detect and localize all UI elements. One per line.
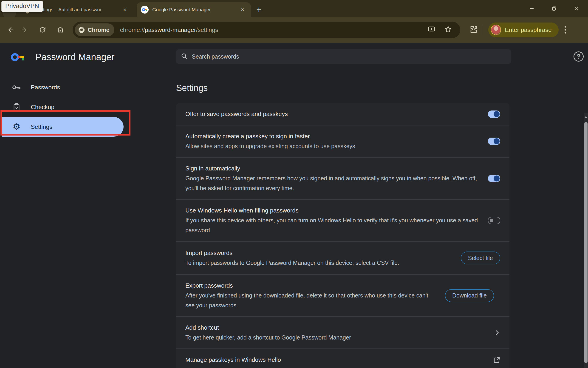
toggle-sign-in-automatically[interactable] (488, 175, 500, 182)
forward-button[interactable] (18, 23, 32, 37)
tab-close-icon[interactable]: × (121, 6, 129, 13)
setting-subtitle: Allow sites and apps to upgrade existing… (185, 141, 481, 151)
checkup-clipboard-icon (12, 103, 21, 111)
setting-row-add-shortcut[interactable]: Add shortcut To get here quicker, add a … (176, 316, 509, 349)
setting-row-windows-hello: Use Windows Hello when filling passwords… (176, 199, 509, 241)
home-button[interactable] (53, 23, 67, 37)
install-app-icon[interactable] (428, 26, 435, 34)
toggle-offer-save[interactable] (488, 110, 500, 118)
tab-close-icon[interactable]: × (239, 6, 246, 13)
setting-subtitle: If you share this device with others, yo… (185, 215, 481, 235)
setting-row-import-passwords: Import passwords To import passwords to … (176, 241, 509, 274)
scrollbar[interactable] (584, 113, 588, 368)
url-text: chrome://password-manager/settings (120, 27, 218, 34)
setting-title: Sign in automatically (185, 164, 481, 174)
sidebar-title: Password Manager (35, 52, 115, 62)
sidebar-item-settings[interactable]: ⚙ Settings (2, 117, 124, 137)
sidebar: Password Manager Passwords (0, 43, 170, 368)
setting-row-export-passwords: Export passwords After you've finished u… (176, 274, 509, 316)
chrome-badge: Chrome (75, 23, 114, 36)
sidebar-item-checkup[interactable]: Checkup (0, 97, 170, 117)
chrome-logo-icon (78, 27, 85, 33)
sidebar-item-label: Passwords (31, 84, 60, 91)
tab-title: Google Password Manager (152, 7, 211, 12)
setting-subtitle: To import passwords to Google Password M… (185, 258, 436, 268)
browser-window: ⚙ Settings – Autofill and passwor × Goog… (0, 0, 588, 368)
setting-row-offer-save: Offer to save passwords and passkeys (176, 103, 509, 125)
setting-row-sign-in-automatically: Sign in automatically Google Password Ma… (176, 157, 509, 199)
sidebar-item-label: Settings (31, 123, 52, 130)
profile-avatar (491, 25, 501, 35)
url-scheme: chrome:// (120, 27, 145, 33)
setting-title: Export passwords (185, 281, 438, 291)
sidebar-item-label: Checkup (31, 104, 55, 111)
bookmark-star-icon[interactable] (444, 26, 452, 34)
minimize-button[interactable] (521, 0, 543, 17)
enter-passphrase-label: Enter passphrase (505, 27, 552, 34)
setting-title: Import passwords (185, 248, 436, 258)
page-title: Settings (176, 83, 511, 93)
setting-row-manage-passkeys[interactable]: Manage passkeys in Windows Hello (176, 349, 509, 368)
browser-menu-icon[interactable] (565, 26, 566, 34)
toggle-auto-passkey[interactable] (488, 138, 500, 145)
scrollbar-thumb[interactable] (584, 122, 588, 363)
window-controls (521, 0, 588, 17)
download-file-button[interactable]: Download file (445, 289, 494, 302)
browser-toolbar: Chrome chrome://password-manager/setting… (0, 17, 588, 43)
setting-row-auto-passkey: Automatically create a passkey to sign i… (176, 125, 509, 157)
setting-title: Offer to save passwords and passkeys (185, 109, 481, 119)
tab-strip: ⚙ Settings – Autofill and passwor × Goog… (0, 0, 588, 17)
url-host: password-manager (145, 27, 196, 33)
tab-title: Settings – Autofill and passwor (36, 7, 112, 12)
setting-subtitle: Google Password Manager remembers how yo… (185, 174, 481, 193)
scroll-up-arrow-icon[interactable] (584, 116, 588, 118)
privadovpn-tooltip: PrivadoVPN (1, 1, 43, 12)
search-icon (181, 53, 188, 60)
sidebar-item-passwords[interactable]: Passwords (0, 77, 170, 97)
chevron-right-icon (494, 329, 500, 336)
gpm-key-icon (142, 8, 147, 11)
gear-icon: ⚙ (12, 122, 21, 132)
reload-button[interactable] (35, 23, 50, 37)
address-bar[interactable]: Chrome chrome://password-manager/setting… (73, 22, 460, 38)
main-panel: Settings Offer to save passwords and pas… (176, 43, 511, 368)
key-icon (12, 84, 21, 90)
chrome-badge-label: Chrome (88, 27, 109, 33)
setting-title: Manage passkeys in Windows Hello (185, 355, 487, 365)
password-manager-logo-icon (10, 52, 25, 62)
gpm-favicon (141, 6, 149, 14)
url-path: /settings (196, 27, 218, 33)
select-file-button[interactable]: Select file (461, 251, 500, 264)
search-bar[interactable] (176, 49, 511, 64)
back-button[interactable] (3, 23, 18, 37)
toggle-windows-hello[interactable] (488, 217, 500, 224)
new-tab-button[interactable]: + (254, 5, 264, 15)
extensions-puzzle-icon[interactable] (469, 25, 478, 35)
external-link-icon (493, 357, 500, 363)
toolbar-divider (483, 25, 483, 35)
settings-card: Offer to save passwords and passkeys Aut… (176, 103, 509, 368)
close-window-button[interactable] (566, 0, 588, 17)
restore-button[interactable] (543, 0, 566, 17)
setting-title: Add shortcut (185, 323, 487, 333)
search-input[interactable] (192, 53, 468, 60)
page-content: Password Manager Passwords (0, 43, 588, 368)
setting-title: Use Windows Hello when filling passwords (185, 206, 481, 215)
setting-title: Automatically create a passkey to sign i… (185, 131, 481, 141)
setting-subtitle: After you've finished using the download… (185, 291, 438, 310)
enter-passphrase-chip[interactable]: Enter passphrase (488, 22, 559, 37)
setting-subtitle: To get here quicker, add a shortcut to G… (185, 333, 487, 342)
tab-google-password-manager[interactable]: Google Password Manager × (137, 2, 251, 17)
help-icon[interactable]: ? (574, 51, 584, 62)
